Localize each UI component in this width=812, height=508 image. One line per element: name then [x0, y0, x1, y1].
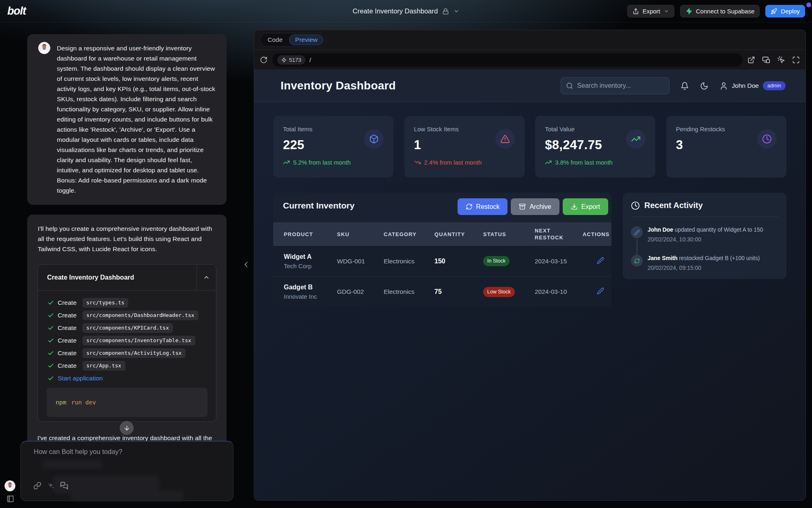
check-icon	[48, 300, 54, 306]
dashboard-header-right: John Doe admin	[561, 69, 786, 102]
next-restock-cell: 2024-03-15	[535, 258, 583, 265]
user-message-text: Design a responsive and user-friendly in…	[57, 43, 216, 195]
current-inventory-card: Current Inventory Restock Archive Export	[273, 193, 611, 306]
task-row: Create src/components/InventoryTable.tsx	[48, 334, 216, 347]
chat-input-toolbar	[33, 482, 68, 490]
activity-list: John Doe updated quantity of Widget A to…	[631, 226, 780, 271]
category-cell: Electronics	[384, 288, 434, 295]
share-icon	[633, 8, 639, 15]
user-avatar	[38, 42, 50, 54]
task-row: Create src/components/ActivityLog.tsx	[48, 347, 216, 359]
file-chip[interactable]: src/components/DashboardHeader.tsx	[82, 310, 199, 320]
kpi-card-pending-restocks: Pending Restocks 3	[666, 116, 786, 178]
activity-item: Jane Smith restocked Gadget B (+100 unit…	[631, 254, 780, 271]
edit-pencil-icon[interactable]	[597, 287, 604, 295]
sku-cell: GDG-002	[337, 288, 384, 295]
kpi-row: Total Items 225 5.2% from last month Low…	[273, 116, 786, 178]
fullscreen-icon[interactable]	[792, 56, 800, 64]
task-row: Create src/App.tsx	[48, 359, 216, 372]
reload-icon[interactable]	[260, 56, 268, 64]
table-row: Gadget B Innovate Inc GDG-002 Electronic…	[273, 276, 611, 306]
task-row: Create src/components/DashboardHeader.ts…	[48, 309, 216, 321]
export-button[interactable]: Export	[627, 5, 674, 17]
export-csv-button[interactable]: Export	[563, 198, 608, 215]
deploy-button[interactable]: Deploy	[765, 5, 805, 17]
artifact-collapse-button[interactable]	[197, 265, 216, 290]
category-cell: Electronics	[384, 258, 434, 265]
profile-avatar[interactable]	[4, 480, 15, 491]
artifact-task-list: Create src/types.ts Create src/component…	[38, 291, 216, 384]
clock-icon	[631, 201, 640, 210]
sparkles-icon[interactable]	[47, 482, 55, 490]
dashboard-title: Inventory Dashboard	[281, 79, 396, 92]
refresh-icon	[631, 255, 643, 267]
tab-preview[interactable]: Preview	[289, 35, 324, 45]
product-supplier: Innovate Inc	[284, 293, 337, 300]
start-application-link[interactable]: Start application	[58, 375, 103, 382]
url-input[interactable]: 5173 /	[272, 53, 743, 67]
tab-code[interactable]: Code	[262, 35, 288, 45]
status-badge: Low Stock	[483, 287, 515, 297]
product-name: Widget A	[284, 253, 337, 261]
open-external-icon[interactable]	[747, 56, 755, 64]
inspect-cursor-icon[interactable]	[777, 56, 785, 64]
artifact-card: Create Inventory Dashboard Create src/ty…	[37, 264, 216, 422]
app-preview: Inventory Dashboard John Doe admin Total…	[254, 69, 806, 500]
scroll-to-bottom-button[interactable]	[120, 421, 134, 435]
check-icon	[48, 363, 54, 369]
user-chip[interactable]: John Doe admin	[719, 81, 786, 90]
inventory-table: Product SKU Category Quantity Status Nex…	[273, 222, 611, 306]
search-input[interactable]	[577, 82, 659, 89]
project-title-group[interactable]: Create Inventory Dashboard	[353, 0, 460, 22]
chat-input-placeholder: How can Bolt help you today?	[34, 448, 122, 456]
activity-timestamp: 20/02/2024, 09:15:00	[648, 265, 780, 271]
recent-activity-header: Recent Activity	[623, 193, 786, 210]
check-icon	[48, 312, 54, 319]
check-icon	[48, 337, 54, 344]
file-chip[interactable]: src/components/ActivityLog.tsx	[82, 348, 186, 358]
inventory-actions: Restock Archive Export	[458, 198, 608, 215]
sidebar-toggle-icon[interactable]	[6, 495, 14, 503]
devices-icon[interactable]	[762, 56, 770, 64]
download-icon	[571, 203, 578, 210]
workbench-panel: Code Preview 5173 / Inventory Dashboard	[254, 30, 806, 501]
check-icon	[48, 325, 54, 331]
redacted-text-blur	[70, 491, 184, 501]
status-badge: In Stock	[483, 256, 510, 266]
chat-input-box[interactable]: How can Bolt help you today?	[20, 441, 233, 501]
file-chip[interactable]: src/types.ts	[82, 298, 129, 308]
table-row: Widget A Tech Corp WDG-001 Electronics 1…	[273, 246, 611, 276]
chat-panel: Design a responsive and user-friendly in…	[0, 22, 254, 508]
file-chip[interactable]: src/components/InventoryTable.tsx	[82, 336, 195, 345]
product-name: Gadget B	[284, 284, 337, 291]
timeline-connector	[637, 239, 637, 256]
chevron-down-icon	[453, 8, 459, 14]
quantity-cell[interactable]: 150	[434, 258, 483, 265]
dark-mode-toggle-icon[interactable]	[700, 82, 708, 90]
edit-pencil-icon[interactable]	[597, 257, 604, 264]
file-chip[interactable]: src/components/KPICard.tsx	[82, 323, 173, 333]
chat-bubbles-icon[interactable]	[60, 482, 68, 490]
restock-button[interactable]: Restock	[458, 198, 508, 215]
bell-icon[interactable]	[680, 82, 689, 90]
connect-supabase-button[interactable]: Connect to Supabase	[680, 5, 760, 17]
quantity-cell[interactable]: 75	[434, 288, 483, 295]
task-row-start-application: Start application	[48, 372, 216, 384]
inventory-title: Current Inventory	[283, 201, 354, 211]
artifact-header: Create Inventory Dashboard	[38, 265, 216, 291]
collapse-chat-chevron[interactable]	[242, 259, 251, 270]
kpi-change: 3.8% from last month	[545, 159, 613, 166]
chevron-up-icon	[203, 274, 210, 281]
file-chip[interactable]: src/App.tsx	[82, 361, 125, 371]
archive-button[interactable]: Archive	[511, 198, 559, 215]
link-icon[interactable]	[33, 482, 41, 490]
redacted-text-blur	[42, 460, 103, 469]
package-icon	[364, 129, 384, 149]
trending-up-icon	[283, 159, 290, 166]
search-box	[561, 77, 669, 94]
bolt-logo: bolt	[7, 5, 26, 17]
top-bar: bolt Create Inventory Dashboard Export C…	[0, 0, 812, 22]
inventory-table-header: Product SKU Category Quantity Status Nex…	[273, 222, 611, 246]
view-tabs: Code Preview	[260, 33, 326, 47]
port-chip[interactable]: 5173	[277, 55, 305, 65]
